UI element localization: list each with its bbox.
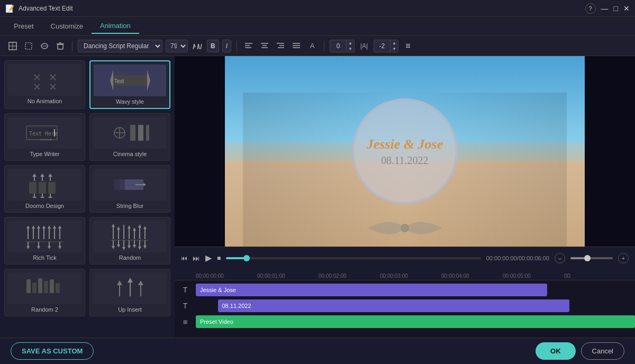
svg-rect-126 xyxy=(50,279,54,293)
wedding-date-text: 08.11.2022 xyxy=(381,154,428,167)
align-left-icon[interactable] xyxy=(242,40,255,52)
playback-bar: ⏮ ⏭ ▶ ■ 00:00:00:00/00:00:06:00 – + xyxy=(175,247,635,269)
tab-animation[interactable]: Animation xyxy=(92,19,139,34)
font-name-select[interactable]: Dancing Script Regular xyxy=(78,40,162,52)
anim-wavy-label: Wavy style xyxy=(116,98,144,105)
delete-icon[interactable] xyxy=(54,40,67,52)
track-content-video: Preset Video xyxy=(196,315,635,328)
save-as-custom-button[interactable]: SAVE AS CUSTOM xyxy=(11,342,94,360)
mask-icon[interactable] xyxy=(38,40,51,52)
kerning-up-arrow[interactable]: ▲ xyxy=(391,40,398,46)
svg-marker-131 xyxy=(117,280,122,285)
anim-wavy-thumb: Text xyxy=(94,65,166,96)
svg-marker-73 xyxy=(32,225,35,229)
text-style-icon[interactable]: A xyxy=(306,40,319,52)
track-content-1: Jessie & Jose xyxy=(196,284,635,296)
anim-random-2[interactable]: Random 2 xyxy=(4,269,85,316)
right-panel: Jessie & Jose 08.11.2022 ⏮ ⏭ ▶ ■ xyxy=(175,56,635,338)
cancel-button[interactable]: Cancel xyxy=(581,342,624,360)
transform-icon[interactable] xyxy=(6,40,19,52)
time-display: 00:00:00:00/00:00:06:00 xyxy=(486,255,549,261)
svg-line-13 xyxy=(198,44,199,49)
animation-panel: No Animation Text Wavy style Text Here xyxy=(0,56,175,338)
toolbar-separator-2 xyxy=(237,41,237,51)
anim-random-2-label: Random 2 xyxy=(31,306,58,313)
svg-rect-58 xyxy=(48,182,56,194)
ruler-mark-6: 00: xyxy=(564,273,625,279)
track-text-1: T Jessie & Jose xyxy=(175,283,635,297)
align-right-icon[interactable] xyxy=(274,40,287,52)
anim-cinema-style[interactable]: Cinema style xyxy=(89,113,170,161)
anim-wavy-style[interactable]: Text Wavy style xyxy=(89,60,170,109)
svg-marker-90 xyxy=(48,246,51,249)
svg-rect-123 xyxy=(32,283,37,293)
skip-back-button[interactable]: ⏮ xyxy=(181,254,187,262)
zoom-in-button[interactable]: + xyxy=(618,253,629,263)
svg-marker-104 xyxy=(138,224,141,228)
close-button[interactable]: ✕ xyxy=(623,4,630,13)
svg-rect-125 xyxy=(44,281,48,293)
ruler-mark-5: 00:00:05:00 xyxy=(503,273,564,279)
svg-marker-69 xyxy=(143,183,146,186)
anim-random[interactable]: Random xyxy=(89,217,170,265)
svg-marker-129 xyxy=(128,278,133,283)
kerning-input-group: -2 ▲ ▼ xyxy=(374,40,398,52)
zoom-out-button[interactable]: – xyxy=(555,253,565,263)
anim-up-insert[interactable]: Up Insert xyxy=(89,269,170,316)
step-back-button[interactable]: ⏭ xyxy=(193,254,200,262)
svg-line-14 xyxy=(201,44,202,49)
font-size-select[interactable]: 79 xyxy=(166,40,188,52)
stop-button[interactable]: ■ xyxy=(217,254,221,262)
anim-random-label: Random xyxy=(119,254,141,261)
align-justify-icon[interactable] xyxy=(290,40,303,52)
svg-text:Text Here: Text Here xyxy=(29,131,58,136)
anim-type-writer-label: Type Writer xyxy=(30,151,59,157)
toolbar-separator xyxy=(72,41,72,51)
minimize-button[interactable]: — xyxy=(601,4,609,13)
anim-no-animation[interactable]: No Animation xyxy=(4,60,85,109)
app-title: Advanced Text Edit xyxy=(19,5,73,12)
toolbar-separator-3 xyxy=(324,41,324,51)
wedding-frame: Jessie & Jose 08.11.2022 xyxy=(352,98,458,204)
bold-button[interactable]: B xyxy=(207,40,219,52)
kerning-input[interactable]: -2 xyxy=(374,40,391,52)
ok-button[interactable]: OK xyxy=(536,342,576,360)
anim-random-2-thumb xyxy=(8,272,81,304)
play-button[interactable]: ▶ xyxy=(205,253,212,263)
clip-date[interactable]: 08.11.2022 xyxy=(218,299,569,312)
clip-jessie-jose[interactable]: Jessie & Jose xyxy=(196,284,547,296)
font-metrics-icon[interactable] xyxy=(191,40,204,52)
svg-marker-86 xyxy=(26,246,30,249)
anim-string-blur[interactable]: String Blur xyxy=(89,165,170,213)
progress-bar[interactable] xyxy=(226,257,480,259)
kerning-down-arrow[interactable]: ▼ xyxy=(391,46,398,52)
anim-rich-tick[interactable]: Rich Tick xyxy=(4,217,85,265)
anim-string-blur-label: String Blur xyxy=(116,203,143,209)
crop-icon[interactable] xyxy=(22,40,35,52)
zoom-slider[interactable] xyxy=(570,257,613,259)
more-options-icon[interactable]: ≡ xyxy=(402,40,414,52)
svg-marker-109 xyxy=(112,246,115,249)
tracking-down-arrow[interactable]: ▼ xyxy=(347,46,354,52)
clip-preset-video[interactable]: Preset Video xyxy=(196,315,635,328)
tab-preset[interactable]: Preset xyxy=(5,19,42,33)
tab-customize[interactable]: Customize xyxy=(42,19,92,33)
anim-type-writer-thumb: Text Here xyxy=(8,117,81,149)
align-center-icon[interactable] xyxy=(258,40,271,52)
anim-up-insert-thumb xyxy=(93,272,167,304)
ruler-mark-4: 00:00:04:00 xyxy=(441,273,503,279)
anim-doomo-design[interactable]: Doomo Design xyxy=(4,165,85,213)
anim-no-animation-thumb xyxy=(8,64,81,96)
anim-type-writer[interactable]: Text Here Type Writer xyxy=(4,113,85,161)
progress-dot xyxy=(243,255,250,261)
italic-button[interactable]: I xyxy=(222,40,231,52)
svg-marker-53 xyxy=(40,174,44,177)
maximize-button[interactable]: □ xyxy=(614,4,618,13)
tracking-input[interactable]: 0 xyxy=(330,40,347,52)
app-icon: 📝 xyxy=(5,4,14,13)
timeline-area: 00:00:00:00 00:00:01:00 00:00:02:00 00:0… xyxy=(175,269,635,338)
svg-marker-77 xyxy=(42,225,46,229)
tracking-up-arrow[interactable]: ▲ xyxy=(347,40,354,46)
help-button[interactable]: ? xyxy=(585,3,596,14)
svg-marker-94 xyxy=(112,224,115,227)
